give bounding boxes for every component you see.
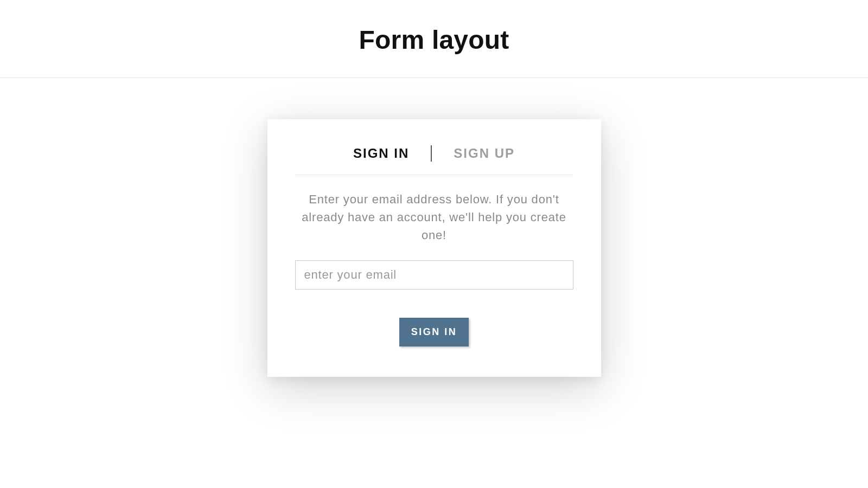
email-field-wrap bbox=[286, 260, 583, 290]
tab-sign-in[interactable]: SIGN IN bbox=[331, 146, 431, 161]
auth-card: SIGN IN SIGN UP Enter your email address… bbox=[267, 119, 601, 377]
form-description: Enter your email address below. If you d… bbox=[290, 190, 578, 244]
page-header: Form layout bbox=[0, 0, 868, 78]
submit-wrap: SIGN IN bbox=[286, 318, 583, 346]
auth-tabs: SIGN IN SIGN UP bbox=[296, 145, 573, 175]
tab-sign-up[interactable]: SIGN UP bbox=[432, 146, 537, 161]
email-field[interactable] bbox=[295, 260, 573, 290]
page-title: Form layout bbox=[0, 25, 868, 55]
sign-in-button[interactable]: SIGN IN bbox=[399, 318, 469, 346]
stage: SIGN IN SIGN UP Enter your email address… bbox=[0, 78, 868, 377]
